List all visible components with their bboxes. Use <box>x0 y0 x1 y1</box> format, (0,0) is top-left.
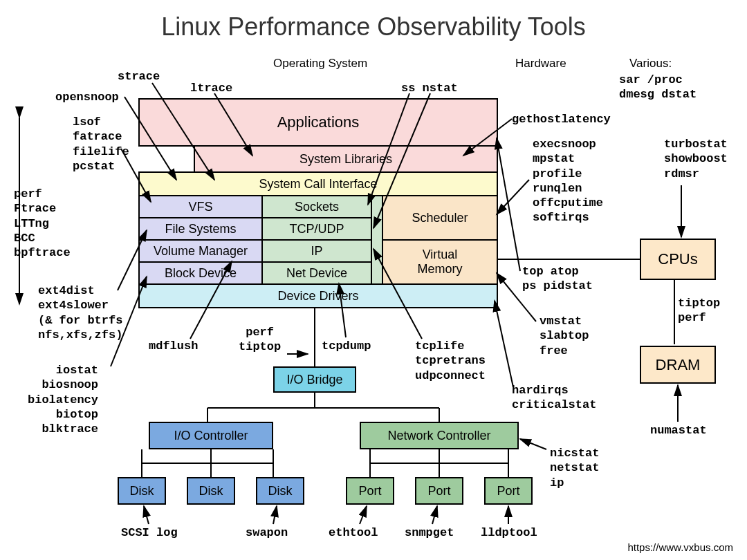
tool-ltrace: ltrace <box>190 81 232 95</box>
box-ip: IP <box>261 239 372 263</box>
box-syslibs: System Libraries <box>194 145 498 173</box>
box-port-1: Port <box>346 477 394 505</box>
tool-numastat: numastat <box>650 423 707 438</box>
tool-iostat-group: iostat biosnoop biolatency biotop blktra… <box>28 363 98 436</box>
tool-nicstat: nicstat netstat ip <box>550 446 599 490</box>
tool-sched: execsnoop mpstat profile runqlen offcput… <box>533 137 603 225</box>
box-netdev: Net Device <box>261 261 372 285</box>
tool-lldptool: lldptool <box>481 525 537 540</box>
svg-line-15 <box>497 138 520 271</box>
tool-top-group: top atop ps pidstat <box>522 264 593 294</box>
box-iobridge: I/O Bridge <box>273 366 356 393</box>
tool-perf-tiptop: perf tiptop <box>239 325 281 355</box>
section-os: Operating System <box>273 57 367 71</box>
box-tcpudp: TCP/UDP <box>261 217 372 241</box>
svg-line-14 <box>497 180 529 214</box>
svg-line-17 <box>495 301 513 387</box>
box-applications: Applications <box>138 98 498 147</box>
box-dram: DRAM <box>640 346 716 384</box>
box-drivers: Device Drivers <box>138 283 498 308</box>
box-vfs: VFS <box>138 195 263 218</box>
tool-snmpget: snmpget <box>405 525 454 540</box>
tool-various: sar /proc dmesg dstat <box>619 73 697 102</box>
tool-gethostlatency: gethostlatency <box>512 112 611 127</box>
tool-ss-nstat: ss nstat <box>401 81 458 95</box>
box-scheduler: Scheduler <box>382 195 498 241</box>
tool-scsilog: SCSI log <box>121 525 178 540</box>
box-port-3: Port <box>484 477 533 505</box>
box-disk-2: Disk <box>187 477 235 505</box>
box-cpus: CPUs <box>640 239 716 280</box>
section-hw: Hardware <box>515 57 566 71</box>
svg-line-21 <box>520 439 546 449</box>
box-ioctrl: I/O Controller <box>149 422 273 449</box>
section-various: Various: <box>629 57 672 71</box>
tool-strace: strace <box>118 69 160 84</box>
tool-tcplife: tcplife tcpretrans udpconnect <box>415 339 486 383</box>
tool-tracers: perf Ftrace LTTng BCC bpftrace <box>14 187 71 260</box>
tool-swapon: swapon <box>246 525 288 540</box>
tool-hardirqs: hardirqs criticalstat <box>512 383 596 413</box>
footer-url: https://www.vxbus.com <box>627 541 733 553</box>
tool-lsof-group: lsof fatrace filelife pcstat <box>73 115 129 174</box>
tool-tcpdump: tcpdump <box>322 339 371 353</box>
tool-turbostat: turbostat showboost rdmsr <box>664 137 728 181</box>
box-disk-3: Disk <box>256 477 304 505</box>
svg-line-22 <box>144 506 149 524</box>
tool-mdflush: mdflush <box>149 339 198 353</box>
box-syscall: System Call Interface <box>138 171 498 196</box>
box-disk-1: Disk <box>118 477 166 505</box>
box-sockets: Sockets <box>261 195 372 218</box>
box-vmem: Virtual Memory <box>382 239 498 285</box>
tool-ethtool: ethtool <box>329 525 378 540</box>
tool-tiptop-perf: tiptop perf <box>678 296 720 326</box>
tool-vmstat-group: vmstat slabtop free <box>540 314 589 358</box>
box-volmgr: Volume Manager <box>138 239 263 263</box>
box-blockdev: Block Device <box>138 261 263 285</box>
svg-line-23 <box>273 506 277 524</box>
svg-line-25 <box>432 506 437 524</box>
box-port-2: Port <box>415 477 463 505</box>
tool-ext4dist: ext4dist ext4slower (& for btrfs nfs,xfs… <box>38 283 122 342</box>
box-netctrl: Network Controller <box>360 422 519 449</box>
diagram-title: Linux Performance Observability Tools <box>0 12 747 41</box>
svg-line-24 <box>360 506 367 524</box>
tool-opensnoop: opensnoop <box>55 90 119 104</box>
box-fs: File Systems <box>138 217 263 241</box>
